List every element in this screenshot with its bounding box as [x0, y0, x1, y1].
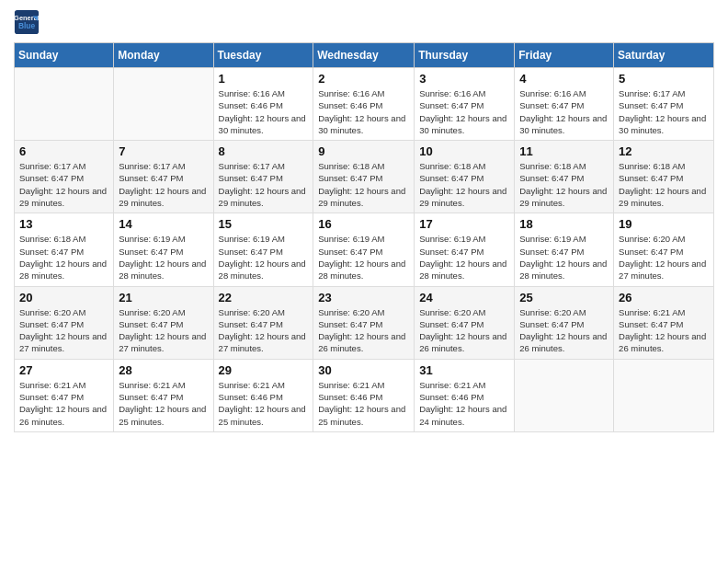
calendar-cell: [614, 359, 714, 431]
day-info: Sunrise: 6:19 AMSunset: 6:47 PMDaylight:…: [219, 233, 309, 282]
weekday-header: Sunday: [15, 43, 114, 68]
logo-icon: General Blue: [14, 9, 40, 35]
day-number: 25: [519, 291, 609, 304]
calendar-cell: 24Sunrise: 6:20 AMSunset: 6:47 PMDayligh…: [415, 286, 515, 359]
weekday-header: Thursday: [415, 43, 515, 68]
calendar-week-row: 13Sunrise: 6:18 AMSunset: 6:47 PMDayligh…: [15, 213, 714, 286]
day-number: 11: [519, 144, 609, 158]
calendar-cell: 25Sunrise: 6:20 AMSunset: 6:47 PMDayligh…: [515, 286, 614, 359]
day-number: 7: [119, 144, 208, 158]
calendar-cell: 14Sunrise: 6:19 AMSunset: 6:47 PMDayligh…: [114, 213, 213, 286]
day-number: 10: [419, 144, 509, 158]
weekday-header: Wednesday: [313, 43, 415, 68]
day-info: Sunrise: 6:18 AMSunset: 6:47 PMDaylight:…: [318, 160, 409, 209]
svg-text:Blue: Blue: [18, 21, 35, 30]
day-info: Sunrise: 6:19 AMSunset: 6:47 PMDaylight:…: [318, 233, 409, 282]
calendar-cell: 5Sunrise: 6:17 AMSunset: 6:47 PMDaylight…: [614, 68, 714, 141]
header: General Blue: [14, 9, 714, 35]
day-number: 9: [318, 144, 409, 158]
calendar-cell: 19Sunrise: 6:20 AMSunset: 6:47 PMDayligh…: [614, 213, 714, 286]
day-info: Sunrise: 6:18 AMSunset: 6:47 PMDaylight:…: [419, 160, 509, 209]
day-number: 15: [219, 217, 309, 231]
calendar-cell: 3Sunrise: 6:16 AMSunset: 6:47 PMDaylight…: [415, 68, 515, 141]
calendar-cell: [15, 68, 114, 141]
calendar-cell: 10Sunrise: 6:18 AMSunset: 6:47 PMDayligh…: [415, 141, 515, 213]
day-info: Sunrise: 6:20 AMSunset: 6:47 PMDaylight:…: [19, 306, 108, 355]
day-number: 21: [119, 291, 208, 304]
calendar-cell: 13Sunrise: 6:18 AMSunset: 6:47 PMDayligh…: [15, 213, 114, 286]
weekday-header-row: SundayMondayTuesdayWednesdayThursdayFrid…: [15, 43, 714, 68]
calendar-cell: 30Sunrise: 6:21 AMSunset: 6:46 PMDayligh…: [313, 359, 415, 431]
day-number: 26: [619, 291, 709, 304]
calendar-cell: 28Sunrise: 6:21 AMSunset: 6:47 PMDayligh…: [114, 359, 213, 431]
calendar-cell: 15Sunrise: 6:19 AMSunset: 6:47 PMDayligh…: [213, 213, 313, 286]
day-number: 28: [119, 363, 208, 377]
day-number: 5: [619, 72, 709, 86]
day-number: 6: [19, 144, 108, 158]
day-number: 22: [219, 291, 309, 304]
day-info: Sunrise: 6:21 AMSunset: 6:46 PMDaylight:…: [419, 379, 509, 428]
day-info: Sunrise: 6:20 AMSunset: 6:47 PMDaylight:…: [619, 233, 709, 282]
calendar-cell: 12Sunrise: 6:18 AMSunset: 6:47 PMDayligh…: [614, 141, 714, 213]
calendar-cell: 22Sunrise: 6:20 AMSunset: 6:47 PMDayligh…: [213, 286, 313, 359]
day-number: 17: [419, 217, 509, 231]
day-info: Sunrise: 6:21 AMSunset: 6:47 PMDaylight:…: [19, 379, 108, 428]
day-number: 19: [619, 217, 709, 231]
day-number: 30: [318, 363, 409, 377]
calendar-cell: 31Sunrise: 6:21 AMSunset: 6:46 PMDayligh…: [415, 359, 515, 431]
day-number: 3: [419, 72, 509, 86]
day-number: 23: [318, 291, 409, 304]
calendar-cell: [515, 359, 614, 431]
day-info: Sunrise: 6:19 AMSunset: 6:47 PMDaylight:…: [519, 233, 609, 282]
day-info: Sunrise: 6:20 AMSunset: 6:47 PMDaylight:…: [219, 306, 309, 355]
weekday-header: Tuesday: [213, 43, 313, 68]
day-info: Sunrise: 6:17 AMSunset: 6:47 PMDaylight:…: [119, 160, 208, 209]
day-info: Sunrise: 6:21 AMSunset: 6:46 PMDaylight:…: [219, 379, 309, 428]
day-number: 13: [19, 217, 108, 231]
day-info: Sunrise: 6:16 AMSunset: 6:46 PMDaylight:…: [318, 87, 409, 136]
day-info: Sunrise: 6:20 AMSunset: 6:47 PMDaylight:…: [519, 306, 609, 355]
calendar-cell: 27Sunrise: 6:21 AMSunset: 6:47 PMDayligh…: [15, 359, 114, 431]
day-info: Sunrise: 6:20 AMSunset: 6:47 PMDaylight:…: [119, 306, 208, 355]
day-number: 16: [318, 217, 409, 231]
calendar-cell: 4Sunrise: 6:16 AMSunset: 6:47 PMDaylight…: [515, 68, 614, 141]
calendar-cell: 18Sunrise: 6:19 AMSunset: 6:47 PMDayligh…: [515, 213, 614, 286]
calendar-week-row: 27Sunrise: 6:21 AMSunset: 6:47 PMDayligh…: [15, 359, 714, 431]
day-info: Sunrise: 6:17 AMSunset: 6:47 PMDaylight:…: [219, 160, 309, 209]
day-number: 2: [318, 72, 409, 86]
day-number: 1: [219, 72, 309, 86]
day-info: Sunrise: 6:21 AMSunset: 6:46 PMDaylight:…: [318, 379, 409, 428]
calendar-cell: 21Sunrise: 6:20 AMSunset: 6:47 PMDayligh…: [114, 286, 213, 359]
calendar-cell: 2Sunrise: 6:16 AMSunset: 6:46 PMDaylight…: [313, 68, 415, 141]
calendar-week-row: 1Sunrise: 6:16 AMSunset: 6:46 PMDaylight…: [15, 68, 714, 141]
day-info: Sunrise: 6:19 AMSunset: 6:47 PMDaylight:…: [119, 233, 208, 282]
calendar-cell: 1Sunrise: 6:16 AMSunset: 6:46 PMDaylight…: [213, 68, 313, 141]
day-info: Sunrise: 6:18 AMSunset: 6:47 PMDaylight:…: [19, 233, 108, 282]
calendar-cell: 17Sunrise: 6:19 AMSunset: 6:47 PMDayligh…: [415, 213, 515, 286]
logo: General Blue: [14, 9, 43, 35]
day-info: Sunrise: 6:18 AMSunset: 6:47 PMDaylight:…: [619, 160, 709, 209]
calendar-cell: 16Sunrise: 6:19 AMSunset: 6:47 PMDayligh…: [313, 213, 415, 286]
day-info: Sunrise: 6:21 AMSunset: 6:47 PMDaylight:…: [619, 306, 709, 355]
calendar-cell: [114, 68, 213, 141]
day-number: 18: [519, 217, 609, 231]
day-info: Sunrise: 6:17 AMSunset: 6:47 PMDaylight:…: [619, 87, 709, 136]
page: General Blue SundayMondayTuesdayWednesda…: [0, 0, 728, 563]
calendar-cell: 9Sunrise: 6:18 AMSunset: 6:47 PMDaylight…: [313, 141, 415, 213]
day-info: Sunrise: 6:21 AMSunset: 6:47 PMDaylight:…: [119, 379, 208, 428]
calendar-cell: 29Sunrise: 6:21 AMSunset: 6:46 PMDayligh…: [213, 359, 313, 431]
day-info: Sunrise: 6:20 AMSunset: 6:47 PMDaylight:…: [419, 306, 509, 355]
calendar-cell: 8Sunrise: 6:17 AMSunset: 6:47 PMDaylight…: [213, 141, 313, 213]
day-number: 20: [19, 291, 108, 304]
weekday-header: Saturday: [614, 43, 714, 68]
day-number: 24: [419, 291, 509, 304]
day-number: 29: [219, 363, 309, 377]
calendar-cell: 7Sunrise: 6:17 AMSunset: 6:47 PMDaylight…: [114, 141, 213, 213]
day-number: 12: [619, 144, 709, 158]
day-info: Sunrise: 6:16 AMSunset: 6:47 PMDaylight:…: [519, 87, 609, 136]
day-number: 4: [519, 72, 609, 86]
calendar-cell: 23Sunrise: 6:20 AMSunset: 6:47 PMDayligh…: [313, 286, 415, 359]
weekday-header: Monday: [114, 43, 213, 68]
day-number: 27: [19, 363, 108, 377]
day-info: Sunrise: 6:19 AMSunset: 6:47 PMDaylight:…: [419, 233, 509, 282]
